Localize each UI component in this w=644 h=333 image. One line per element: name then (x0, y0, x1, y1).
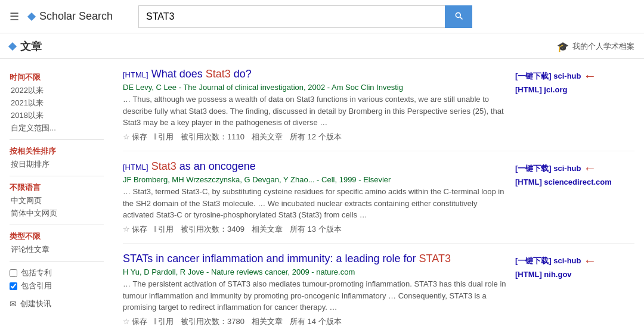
envelope-icon: ✉ (10, 299, 17, 309)
result-content-2: [HTML] Stat3 as an oncogene JF Bromberg,… (123, 160, 508, 235)
checkbox-citation-row[interactable]: 包含引用 (10, 281, 104, 291)
result-content-3: STATs in cancer inflammation and immunit… (123, 252, 508, 327)
sidebar-type-label[interactable]: 类型不限 (10, 231, 104, 242)
sidebar-time-label[interactable]: 时间不限 (10, 72, 104, 83)
sidebar: 时间不限 2022以来 2021以来 2018以来 自定义范围... 按相关性排… (0, 59, 113, 333)
result-action-versions-3[interactable]: 所有 14 个版本 (290, 316, 342, 327)
result-snippet-1: … Thus, although we possess a wealth of … (123, 94, 508, 129)
result-actions-3: ☆ 保存 𝄂 引用 被引用次数：3780 相关文章 所有 14 个版本 (123, 316, 508, 327)
result-title-pre-3: STATs in cancer inflammation and immunit… (123, 253, 419, 264)
result-badge-2: [HTML] (123, 163, 148, 172)
scihub-link-1[interactable]: [一键下载] sci-hub (515, 71, 581, 82)
result-action-cite-2[interactable]: 𝄂 引用 (154, 224, 174, 235)
html-link-2[interactable]: [HTML] sciencedirect.com (515, 178, 612, 186)
result-item: [HTML] What does Stat3 do? DE Levy, C Le… (123, 59, 634, 151)
scihub-link-3[interactable]: [一键下载] sci-hub (515, 256, 581, 266)
html-link-3[interactable]: [HTML] nih.gov (515, 270, 572, 279)
html-link-1[interactable]: [HTML] jci.org (515, 85, 567, 94)
result-title-post-2: as an oncogene (177, 160, 256, 172)
checkbox-citation-label: 包含引用 (21, 281, 52, 291)
result-right-1: [一键下载] sci-hub ← [HTML] jci.org (515, 67, 634, 142)
section-header: 文章 🎓 我的个人学术档案 (0, 33, 644, 59)
result-actions-1: ☆ 保存 𝄂 引用 被引用次数：1110 相关文章 所有 12 个版本 (123, 132, 508, 142)
search-icon (454, 11, 463, 20)
result-action-cite-3[interactable]: 𝄂 引用 (154, 316, 174, 327)
checkbox-citation[interactable] (10, 282, 17, 290)
result-item: [HTML] Stat3 as an oncogene JF Bromberg,… (123, 151, 634, 244)
sidebar-divider-1 (10, 139, 104, 140)
sidebar-time-2018[interactable]: 2018以来 (10, 110, 104, 121)
checkbox-patent[interactable] (10, 269, 17, 277)
sidebar-lang-simplified[interactable]: 简体中文网页 (10, 208, 104, 219)
arrow-icon-3: ← (584, 254, 597, 267)
search-button[interactable] (445, 5, 472, 28)
result-action-related-3[interactable]: 相关文章 (252, 316, 283, 327)
create-alert-row[interactable]: ✉ 创建快讯 (10, 298, 104, 309)
sidebar-time-2022[interactable]: 2022以来 (10, 85, 104, 96)
result-authors-3: H Yu, D Pardoll, R Jove - Nature reviews… (123, 267, 508, 276)
result-title-highlight-3: STAT3 (419, 253, 451, 264)
sidebar-sort-label[interactable]: 按相关性排序 (10, 146, 104, 157)
logo-text: Scholar Search (39, 10, 113, 23)
sidebar-divider-2 (10, 176, 104, 176)
result-authors-2: JF Bromberg, MH Wrzeszczynska, G Devgan,… (123, 175, 508, 184)
sidebar-lang-chinese[interactable]: 中文网页 (10, 195, 104, 206)
header: ☰ Scholar Search (0, 0, 644, 33)
sidebar-type-review[interactable]: 评论性文章 (10, 244, 104, 255)
result-action-cited-1[interactable]: 被引用次数：1110 (181, 132, 244, 142)
result-snippet-3: … The persistent activation of STAT3 als… (123, 278, 508, 313)
section-title: 文章 (20, 39, 42, 54)
result-title-highlight-2: Stat3 (151, 160, 177, 172)
result-title-post-1: do? (231, 68, 252, 80)
result-action-versions-1[interactable]: 所有 12 个版本 (290, 132, 342, 142)
sidebar-divider-4 (10, 261, 104, 262)
results-area: [HTML] What does Stat3 do? DE Levy, C Le… (113, 59, 644, 333)
result-snippet-2: … Stat3, termed Stat3-C, by substituting… (123, 186, 508, 221)
result-title-highlight-1: Stat3 (206, 68, 231, 80)
sidebar-time-custom[interactable]: 自定义范围... (10, 123, 104, 133)
result-title-1[interactable]: [HTML] What does Stat3 do? (123, 67, 508, 81)
section-diamond-icon (8, 42, 17, 51)
result-action-related-1[interactable]: 相关文章 (252, 132, 283, 142)
result-right-3: [一键下载] sci-hub ← [HTML] nih.gov (515, 252, 634, 327)
result-action-cite-1[interactable]: 𝄂 引用 (154, 132, 174, 142)
result-action-cited-3[interactable]: 被引用次数：3780 (181, 316, 244, 327)
result-authors-1: DE Levy, C Lee - The Journal of clinical… (123, 83, 508, 92)
result-action-star-3[interactable]: ☆ 保存 (123, 316, 147, 327)
result-action-cited-2[interactable]: 被引用次数：3409 (181, 224, 244, 235)
result-action-star-2[interactable]: ☆ 保存 (123, 224, 147, 235)
logo-area: Scholar Search (29, 10, 124, 23)
arrow-icon-2: ← (584, 162, 597, 175)
result-actions-2: ☆ 保存 𝄂 引用 被引用次数：3409 相关文章 所有 13 个版本 (123, 224, 508, 235)
result-content-1: [HTML] What does Stat3 do? DE Levy, C Le… (123, 67, 508, 142)
result-title-2[interactable]: [HTML] Stat3 as an oncogene (123, 160, 508, 173)
result-title-3[interactable]: STATs in cancer inflammation and immunit… (123, 252, 508, 266)
profile-link[interactable]: 🎓 我的个人学术档案 (557, 41, 634, 52)
search-input[interactable] (138, 5, 445, 28)
menu-icon[interactable]: ☰ (10, 10, 19, 23)
result-right-2: [一键下载] sci-hub ← [HTML] sciencedirect.co… (515, 160, 634, 235)
sidebar-sort-date[interactable]: 按日期排序 (10, 159, 104, 170)
checkbox-patent-row[interactable]: 包括专利 (10, 267, 104, 278)
arrow-icon-1: ← (584, 70, 597, 83)
scihub-link-2[interactable]: [一键下载] sci-hub (515, 163, 581, 174)
main-container: 时间不限 2022以来 2021以来 2018以来 自定义范围... 按相关性排… (0, 59, 644, 333)
result-item: STATs in cancer inflammation and immunit… (123, 244, 634, 333)
sidebar-time-2021[interactable]: 2021以来 (10, 98, 104, 108)
result-action-versions-2[interactable]: 所有 13 个版本 (290, 224, 342, 235)
result-action-related-2[interactable]: 相关文章 (252, 224, 283, 235)
logo-diamond-icon (27, 12, 36, 20)
archive-icon: 🎓 (557, 41, 569, 52)
checkbox-patent-label: 包括专利 (21, 267, 52, 278)
search-bar (138, 5, 472, 28)
result-title-pre-1: What does (151, 68, 206, 80)
create-alert-label: 创建快讯 (20, 298, 51, 309)
profile-text: 我的个人学术档案 (572, 41, 634, 52)
result-action-star-1[interactable]: ☆ 保存 (123, 132, 147, 142)
result-badge-1: [HTML] (123, 70, 148, 79)
sidebar-lang-label[interactable]: 不限语言 (10, 182, 104, 193)
sidebar-divider-3 (10, 225, 104, 225)
